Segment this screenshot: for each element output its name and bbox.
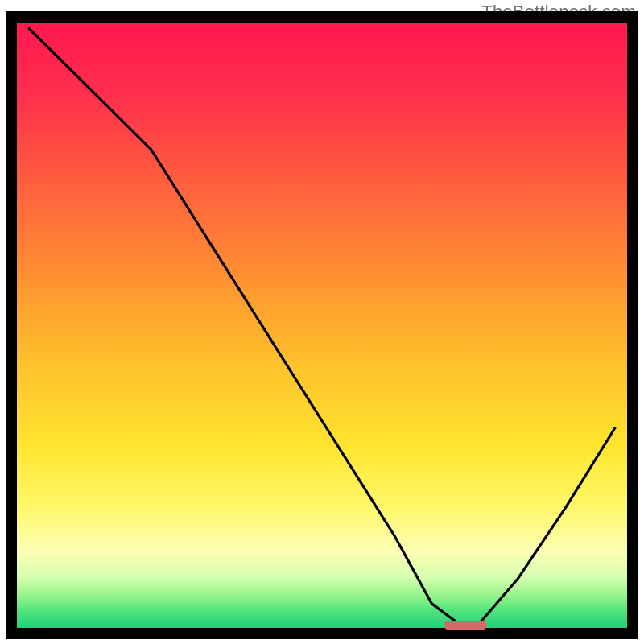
optimal-indicator [444, 621, 487, 630]
bottleneck-chart: TheBottleneck.com [0, 0, 644, 644]
gradient-background [17, 23, 627, 628]
plot-svg [0, 0, 644, 644]
